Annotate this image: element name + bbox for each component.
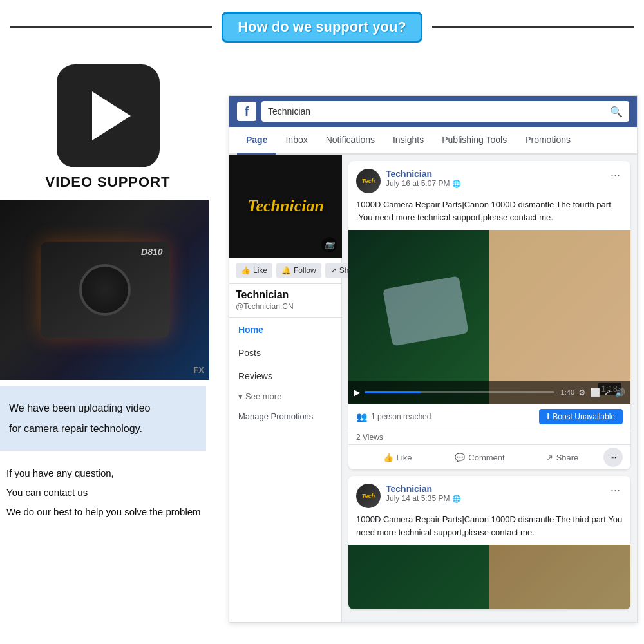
info-line1: We have been uploading video bbox=[9, 398, 197, 419]
post-author-2: Technician bbox=[386, 484, 608, 494]
camera-body: D810 bbox=[41, 242, 169, 338]
follow-label: Follow bbox=[294, 266, 316, 275]
sidebar-item-posts[interactable]: Posts bbox=[229, 341, 341, 365]
video-screen-icon[interactable]: ⬜ bbox=[590, 388, 600, 397]
search-icon[interactable]: 🔍 bbox=[610, 106, 623, 118]
avatar-inner-2: Tech bbox=[356, 484, 381, 508]
share-action-icon: ↗ bbox=[546, 453, 553, 462]
sidebar-item-reviews[interactable]: Reviews bbox=[229, 365, 341, 388]
post-more-small-button-1[interactable]: ··· bbox=[603, 448, 623, 467]
page-actions: 👍 Like 🔔 Follow ↗ Share ... bbox=[229, 258, 341, 284]
boost-label: Boost Unavailable bbox=[553, 412, 615, 421]
post-share-button-1[interactable]: ↗ Share bbox=[521, 449, 603, 466]
video-expand-icon[interactable]: ⤢ bbox=[604, 388, 611, 397]
video-thumb-right bbox=[489, 545, 630, 609]
see-more-button[interactable]: ▾ See more bbox=[229, 388, 341, 405]
post-actions-bar-1: 👍 Like 💬 Comment ↗ Share ··· bbox=[348, 445, 630, 469]
tab-insights[interactable]: Insights bbox=[384, 127, 433, 155]
like-button[interactable]: 👍 Like bbox=[236, 263, 272, 278]
page-header: How do we support you? bbox=[0, 0, 644, 49]
post-avatar-1: Tech bbox=[356, 169, 381, 193]
page-cover-text: Technician bbox=[247, 196, 324, 216]
share-action-label: Share bbox=[556, 453, 579, 462]
video-support-label: VIDEO SUPPORT bbox=[0, 174, 216, 191]
video-controls: ▶ -1:40 ⚙ ⬜ ⤢ 🔊 bbox=[348, 381, 630, 404]
comment-action-icon: 💬 bbox=[455, 453, 465, 462]
tab-publishing-tools[interactable]: Publishing Tools bbox=[433, 127, 516, 155]
cover-camera-icon[interactable]: 📷 bbox=[321, 237, 337, 252]
post-meta-2: Technician July 14 at 5:35 PM 🌐 bbox=[386, 484, 608, 503]
avatar-inner-1: Tech bbox=[356, 169, 381, 193]
post-video-thumbnail-2[interactable] bbox=[348, 545, 630, 609]
info-box: We have been uploading video for camera … bbox=[0, 386, 206, 451]
like-icon: 👍 bbox=[241, 266, 251, 275]
see-more-label: See more bbox=[245, 392, 281, 401]
video-time-remaining: -1:40 bbox=[558, 388, 574, 396]
play-icon bbox=[92, 91, 131, 140]
comment-action-label: Comment bbox=[468, 453, 504, 462]
post-like-button-1[interactable]: 👍 Like bbox=[356, 449, 439, 466]
video-progress-bar[interactable] bbox=[365, 391, 554, 393]
globe-icon-1: 🌐 bbox=[452, 180, 461, 188]
video-play-button[interactable]: ▶ bbox=[354, 387, 361, 397]
post-date-1: July 16 at 5:07 PM 🌐 bbox=[386, 179, 608, 188]
sidebar-item-home[interactable]: Home bbox=[229, 318, 341, 341]
post-card-2: Tech Technician July 14 at 5:35 PM 🌐 ···… bbox=[348, 476, 630, 609]
contact-line3: We do our best to help you solve the pro… bbox=[6, 502, 209, 522]
page-title: How do we support you? bbox=[222, 12, 422, 43]
post-text-1: 1000D Camera Repair Parts]Canon 1000D di… bbox=[348, 198, 630, 230]
post-comment-button-1[interactable]: 💬 Comment bbox=[439, 449, 521, 466]
tab-page[interactable]: Page bbox=[237, 127, 276, 155]
boost-info-icon: ℹ bbox=[547, 412, 550, 421]
post-text-2: 1000D Camera Repair Parts]Canon 1000D di… bbox=[348, 513, 630, 545]
like-label: Like bbox=[253, 266, 267, 275]
tab-inbox[interactable]: Inbox bbox=[276, 127, 316, 155]
post-stats-1: 👥 1 person reached ℹ Boost Unavailable bbox=[348, 404, 630, 430]
header-line-right bbox=[432, 26, 634, 28]
reach-text: 1 person reached bbox=[371, 412, 431, 421]
boost-button-1[interactable]: ℹ Boost Unavailable bbox=[539, 409, 623, 424]
video-bg-right bbox=[489, 230, 630, 404]
post-meta-1: Technician July 16 at 5:07 PM 🌐 bbox=[386, 169, 608, 188]
facebook-feed: Tech Technician July 16 at 5:07 PM 🌐 ···… bbox=[342, 155, 637, 622]
info-line2: for camera repair technology. bbox=[9, 419, 197, 439]
manage-promotions-link[interactable]: Manage Promotions bbox=[229, 405, 341, 428]
camera-watermark: FX bbox=[193, 365, 204, 375]
post-header-2: Tech Technician July 14 at 5:35 PM 🌐 ··· bbox=[348, 476, 630, 513]
contact-line2: You can contact us bbox=[6, 483, 209, 502]
facebook-nav: Page Inbox Notifications Insights Publis… bbox=[229, 127, 637, 155]
like-action-label: Like bbox=[397, 453, 412, 462]
post-video-1[interactable]: 1:18 ▶ -1:40 ⚙ ⬜ ⤢ 🔊 bbox=[348, 230, 630, 404]
facebook-sidebar: Technician 📷 👍 Like 🔔 Follow ↗ Share bbox=[229, 155, 342, 622]
post-header-1: Tech Technician July 16 at 5:07 PM 🌐 ··· bbox=[348, 161, 630, 198]
left-column: VIDEO SUPPORT D810 FX We have been uploa… bbox=[0, 64, 216, 522]
facebook-logo: f bbox=[237, 102, 256, 121]
tab-promotions[interactable]: Promotions bbox=[516, 127, 580, 155]
facebook-search-bar[interactable]: Technician 🔍 bbox=[261, 101, 629, 122]
post-more-button-2[interactable]: ··· bbox=[608, 484, 623, 497]
camera-model-label: D810 bbox=[141, 247, 162, 257]
video-progress-fill bbox=[365, 391, 421, 393]
follow-icon: 🔔 bbox=[281, 266, 291, 275]
camera-image: D810 FX bbox=[0, 200, 209, 380]
sidebar-page-name: Technician bbox=[229, 284, 341, 302]
facebook-panel: f Technician 🔍 Page Inbox Notifications … bbox=[229, 95, 638, 623]
follow-button[interactable]: 🔔 Follow bbox=[276, 263, 321, 278]
tab-notifications[interactable]: Notifications bbox=[317, 127, 384, 155]
like-action-icon: 👍 bbox=[383, 453, 393, 462]
post-more-button-1[interactable]: ··· bbox=[608, 169, 623, 182]
chevron-down-icon: ▾ bbox=[238, 392, 243, 401]
search-text: Technician bbox=[268, 106, 310, 117]
video-volume-icon[interactable]: 🔊 bbox=[615, 388, 625, 397]
post-card-1: Tech Technician July 16 at 5:07 PM 🌐 ···… bbox=[348, 161, 630, 469]
post-author-1: Technician bbox=[386, 169, 608, 179]
facebook-content: Technician 📷 👍 Like 🔔 Follow ↗ Share bbox=[229, 155, 637, 622]
sidebar-menu: Home Posts Reviews ▾ See more Manage Pro… bbox=[229, 317, 341, 428]
post-avatar-2: Tech bbox=[356, 484, 381, 508]
views-count-1: 2 Views bbox=[348, 430, 630, 445]
video-support-icon bbox=[57, 64, 160, 167]
people-icon: 👥 bbox=[356, 412, 367, 422]
contact-text: If you have any question, You can contac… bbox=[0, 451, 216, 522]
header-line-left bbox=[10, 26, 212, 28]
video-settings-icon[interactable]: ⚙ bbox=[578, 388, 586, 397]
